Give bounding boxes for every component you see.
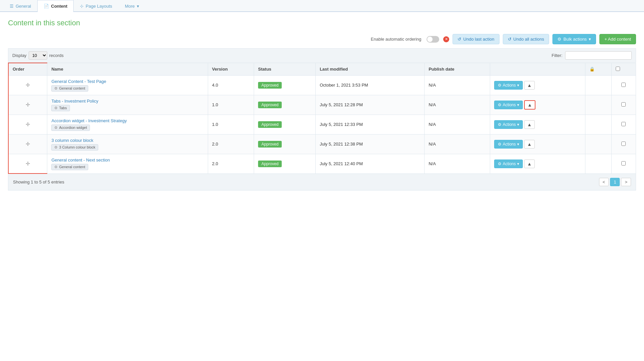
col-header-lock: 🔒 — [585, 63, 612, 75]
item-tag: ⚙ General content — [51, 85, 88, 92]
lock-cell — [585, 134, 612, 154]
add-content-label: + Add content — [604, 37, 631, 42]
auto-order-toggle[interactable] — [427, 36, 439, 43]
actions-group: ⚙ Actions ▾ ▲ — [494, 140, 581, 149]
actions-group: ⚙ Actions ▾ ▲ — [494, 100, 581, 110]
pagination-prev[interactable]: < — [599, 178, 609, 186]
row-checkbox[interactable] — [621, 161, 626, 166]
checkbox-cell — [611, 95, 636, 115]
drag-handle[interactable]: ✛ — [26, 122, 30, 127]
table-row: ✛ Tabs - Investment Policy ⚙ Tabs 1.0App… — [8, 95, 636, 115]
auto-order-label: Enable automatic ordering — [371, 37, 422, 42]
drag-handle[interactable]: ✛ — [26, 161, 30, 167]
actions-button[interactable]: ⚙ Actions ▾ — [494, 81, 523, 90]
item-name-link[interactable]: Tabs - Investment Policy — [51, 99, 203, 104]
select-all-checkbox[interactable] — [616, 67, 620, 71]
publish-date-cell: N/A — [425, 115, 490, 134]
publish-date-cell: N/A — [425, 134, 490, 154]
item-name-link[interactable]: General content - Next section — [51, 158, 203, 163]
item-name-link[interactable]: Accordion widget - Investment Strategy — [51, 118, 203, 123]
actions-chevron: ▾ — [517, 103, 519, 107]
up-arrow-button[interactable]: ▲ — [524, 160, 535, 168]
drag-handle[interactable]: ✛ — [26, 102, 30, 108]
records-select[interactable]: 10 25 50 100 — [29, 51, 47, 60]
actions-button[interactable]: ⚙ Actions ▾ — [494, 120, 523, 129]
tab-page-layouts[interactable]: ⊹ Page Layouts — [74, 0, 119, 12]
gear-icon: ⚙ — [498, 162, 501, 166]
tab-general[interactable]: ☰ General — [3, 0, 37, 12]
actions-button[interactable]: ⚙ Actions ▾ — [494, 140, 523, 149]
last-modified-cell: July 5, 2021 12:38 PM — [316, 134, 425, 154]
undo-all-icon: ↺ — [508, 37, 511, 42]
drag-handle[interactable]: ✛ — [26, 82, 30, 88]
add-content-button[interactable]: + Add content — [599, 34, 636, 44]
up-arrow-button[interactable]: ▲ — [524, 100, 535, 110]
last-modified-cell: July 5, 2021 12:40 PM — [316, 154, 425, 174]
status-cell: Approved — [254, 95, 316, 115]
tab-bar: ☰ General 📄 Content ⊹ Page Layouts More … — [0, 0, 644, 12]
actions-chevron: ▾ — [517, 162, 519, 166]
actions-button[interactable]: ⚙ Actions ▾ — [494, 101, 523, 109]
actions-label: Actions — [503, 142, 516, 147]
chevron-down-icon: ▾ — [137, 4, 139, 9]
order-cell: ✛ — [8, 134, 47, 154]
bulk-actions-chevron: ▾ — [589, 37, 591, 42]
undo-last-action-button[interactable]: ↺ Undo last action — [453, 34, 499, 44]
row-checkbox[interactable] — [621, 142, 626, 146]
gear-icon: ⚙ — [498, 142, 501, 147]
records-label: records — [49, 53, 64, 58]
table-row: ✛ 3 column colour block ⚙ 3 Column colou… — [8, 134, 636, 154]
item-tag: ⚙ Tabs — [51, 105, 70, 111]
toggle-x-button[interactable]: ✕ — [443, 36, 449, 42]
undo-last-icon: ↺ — [458, 37, 461, 42]
filter-input[interactable] — [565, 51, 632, 60]
tab-more[interactable]: More ▾ — [119, 0, 146, 12]
row-checkbox[interactable] — [621, 83, 626, 87]
showing-text: Showing 1 to 5 of 5 entries — [13, 180, 64, 184]
checkbox-cell — [611, 154, 636, 174]
table-toolbar: Display 10 25 50 100 records Filter: — [8, 48, 636, 63]
undo-all-actions-button[interactable]: ↺ Undo all actions — [503, 34, 549, 44]
up-arrow-button[interactable]: ▲ — [524, 81, 535, 90]
row-checkbox[interactable] — [621, 122, 626, 126]
order-cell: ✛ — [8, 75, 47, 95]
publish-date-cell: N/A — [425, 75, 490, 95]
name-cell: General Content - Test Page ⚙ General co… — [47, 75, 208, 95]
tab-content[interactable]: 📄 Content — [37, 0, 74, 12]
name-cell: General content - Next section ⚙ General… — [47, 154, 208, 174]
col-header-version: Version — [208, 63, 254, 75]
status-cell: Approved — [254, 154, 316, 174]
actions-button[interactable]: ⚙ Actions ▾ — [494, 160, 523, 168]
actions-group: ⚙ Actions ▾ ▲ — [494, 81, 581, 90]
bulk-actions-button[interactable]: ⚙ Bulk actions ▾ — [552, 34, 596, 44]
gear-icon: ⚙ — [498, 122, 501, 127]
lock-cell — [585, 154, 612, 174]
checkbox-cell — [611, 75, 636, 95]
item-name-link[interactable]: General Content - Test Page — [51, 79, 203, 84]
drag-handle[interactable]: ✛ — [26, 141, 30, 147]
actions-group: ⚙ Actions ▾ ▲ — [494, 120, 581, 129]
bulk-actions-label: Bulk actions — [563, 37, 587, 42]
status-badge: Approved — [258, 82, 282, 89]
page-layouts-icon: ⊹ — [80, 4, 84, 9]
actions-label: Actions — [503, 122, 516, 127]
item-name-link[interactable]: 3 column colour block — [51, 138, 203, 143]
version-cell: 2.0 — [208, 154, 254, 174]
pagination: < 1 > — [599, 178, 631, 186]
last-modified-cell: July 5, 2021 12:33 PM — [316, 115, 425, 134]
version-cell: 1.0 — [208, 115, 254, 134]
up-arrow-button[interactable]: ▲ — [524, 140, 535, 149]
table-row: ✛ General content - Next section ⚙ Gener… — [8, 154, 636, 174]
bulk-actions-icon: ⚙ — [557, 37, 561, 42]
last-modified-cell: July 5, 2021 12:28 PM — [316, 95, 425, 115]
row-checkbox[interactable] — [621, 102, 626, 107]
checkbox-cell — [611, 134, 636, 154]
up-arrow-button[interactable]: ▲ — [524, 120, 535, 129]
item-tag: ⚙ General content — [51, 164, 88, 170]
actions-label: Actions — [503, 103, 516, 107]
pagination-page-1[interactable]: 1 — [610, 178, 620, 186]
undo-last-label: Undo last action — [463, 37, 494, 42]
pagination-next[interactable]: > — [621, 178, 631, 186]
top-controls: Enable automatic ordering ✕ ↺ Undo last … — [8, 34, 636, 44]
order-cell: ✛ — [8, 154, 47, 174]
